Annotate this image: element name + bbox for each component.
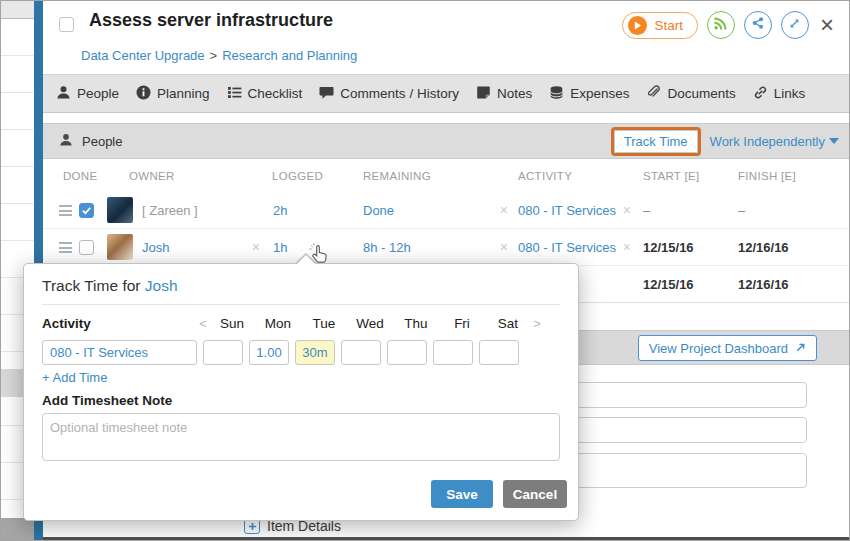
done-checkbox[interactable]: [79, 203, 94, 218]
remaining-value[interactable]: 8h - 12h: [363, 240, 411, 255]
day-label-tue: Tue: [301, 316, 347, 331]
expenses-icon: [549, 85, 564, 103]
breadcrumb-parent-link[interactable]: Data Center Upgrade: [81, 48, 205, 63]
finish-value[interactable]: –: [736, 203, 745, 218]
popup-person-link[interactable]: Josh: [145, 277, 178, 294]
tab-documents[interactable]: Documents: [646, 85, 735, 103]
comment-icon: [319, 85, 334, 103]
logged-value[interactable]: 2h: [268, 203, 287, 218]
owner-name[interactable]: Josh: [142, 240, 169, 255]
person-icon: [59, 133, 73, 150]
external-link-icon: [795, 341, 806, 356]
drag-handle-icon[interactable]: [59, 205, 72, 216]
activity-label: Activity: [42, 316, 197, 331]
tab-links[interactable]: Links: [753, 85, 806, 103]
remove-owner-icon[interactable]: ×: [252, 239, 260, 255]
timesheet-input-row: 080 - IT Services: [42, 340, 519, 365]
finish-value[interactable]: 12/16/16: [736, 240, 789, 255]
time-input-wed[interactable]: [341, 340, 381, 365]
next-week-arrow[interactable]: >: [531, 316, 543, 331]
tab-notes[interactable]: Notes: [476, 85, 532, 103]
info-icon: [136, 85, 151, 103]
time-input-sun[interactable]: [203, 340, 243, 365]
timesheet-note-label: Add Timesheet Note: [42, 393, 172, 408]
avatar[interactable]: [107, 197, 133, 223]
add-time-link[interactable]: + Add Time: [42, 370, 107, 385]
clear-remaining-icon[interactable]: ×: [500, 202, 508, 218]
track-time-button[interactable]: Track Time: [614, 130, 698, 153]
link-icon: [753, 85, 768, 103]
time-input-mon[interactable]: [249, 340, 289, 365]
tab-comments-history[interactable]: Comments / History: [319, 85, 459, 103]
cancel-button[interactable]: Cancel: [503, 480, 567, 508]
col-activity: ACTIVITY: [518, 170, 641, 182]
close-icon[interactable]: ×: [818, 13, 836, 37]
paperclip-icon: [646, 85, 661, 103]
task-done-checkbox[interactable]: [59, 17, 74, 32]
tab-checklist[interactable]: Checklist: [227, 85, 303, 103]
activity-value[interactable]: 080 - IT Services: [518, 203, 616, 218]
share-button[interactable]: [744, 11, 772, 39]
work-mode-dropdown[interactable]: Work Independently: [710, 134, 839, 149]
breadcrumb-separator: >: [210, 48, 218, 63]
owner-name[interactable]: [ Zareen ]: [142, 203, 198, 218]
tab-bar: People Planning Checklist Comments / His…: [43, 74, 849, 113]
breadcrumb-child-link[interactable]: Research and Planning: [222, 48, 357, 63]
activity-value[interactable]: 080 - IT Services: [518, 240, 616, 255]
people-section-title: People: [59, 133, 122, 150]
timesheet-note-input[interactable]: [42, 413, 560, 461]
time-input-thu[interactable]: [387, 340, 427, 365]
section-divider: [43, 537, 849, 540]
done-checkbox[interactable]: [79, 240, 94, 255]
note-icon: [476, 85, 491, 103]
day-label-sat: Sat: [485, 316, 531, 331]
clear-activity-icon[interactable]: ×: [623, 202, 631, 218]
prev-week-arrow[interactable]: <: [197, 316, 209, 331]
start-value[interactable]: 12/15/16: [641, 240, 694, 255]
expand-button[interactable]: [781, 11, 809, 39]
save-button[interactable]: Save: [431, 480, 493, 508]
task-detail-panel: Assess server infrastructure Data Center…: [43, 1, 849, 540]
time-input-fri[interactable]: [433, 340, 473, 365]
view-project-dashboard-button[interactable]: View Project Dashboard: [638, 335, 817, 361]
rss-icon: [713, 16, 728, 35]
day-label-sun: Sun: [209, 316, 255, 331]
feed-button[interactable]: [707, 11, 735, 39]
day-label-wed: Wed: [347, 316, 393, 331]
start-button-label: Start: [654, 18, 683, 33]
tab-people[interactable]: People: [56, 85, 119, 103]
time-input-sat[interactable]: [479, 340, 519, 365]
track-time-popup: Track Time for Josh Activity < Sun Mon T…: [23, 263, 579, 521]
checklist-icon: [227, 85, 242, 103]
day-label-thu: Thu: [393, 316, 439, 331]
drag-handle-icon[interactable]: [59, 242, 72, 253]
activity-select[interactable]: 080 - IT Services: [42, 340, 197, 365]
col-finish: FINISH [E]: [736, 170, 849, 182]
start-button[interactable]: Start: [622, 12, 698, 39]
remaining-value[interactable]: Done: [363, 203, 394, 218]
logged-value[interactable]: 1h: [268, 240, 287, 255]
background-grid-footer: [1, 518, 34, 541]
tab-planning[interactable]: Planning: [136, 85, 210, 103]
col-owner: OWNER: [103, 170, 268, 182]
col-start: START [E]: [641, 170, 736, 182]
track-time-highlight: Track Time: [611, 127, 701, 156]
total-finish-value: 12/16/16: [736, 277, 789, 292]
tab-expenses[interactable]: Expenses: [549, 85, 629, 103]
time-input-tue[interactable]: [295, 340, 335, 365]
start-value[interactable]: –: [641, 203, 650, 218]
clear-activity-icon[interactable]: ×: [623, 239, 631, 255]
breadcrumb: Data Center Upgrade>Research and Plannin…: [81, 48, 357, 63]
col-remaining: REMAINING: [363, 170, 518, 182]
table-row: Josh × 1h 8h - 12h × 080 - IT Services ×…: [43, 229, 849, 266]
chevron-down-icon: [829, 138, 839, 144]
background-grid-corner: [1, 1, 34, 19]
people-section-controls: Track Time Work Independently: [611, 127, 839, 156]
timesheet-header-row: Activity < Sun Mon Tue Wed Thu Fri Sat >: [42, 316, 560, 331]
expand-icon: [788, 16, 801, 34]
avatar[interactable]: [107, 234, 133, 260]
clear-remaining-icon[interactable]: ×: [500, 239, 508, 255]
popup-title: Track Time for Josh: [42, 277, 178, 295]
header-actions: Start ×: [622, 11, 836, 39]
share-icon: [751, 16, 765, 34]
